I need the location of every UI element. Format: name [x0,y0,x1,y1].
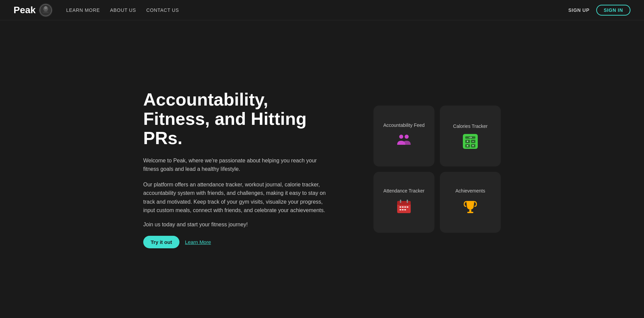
svg-point-2 [44,6,47,9]
svg-rect-10 [402,206,404,208]
hero-desc-1: Welcome to Peak, where we're passionate … [143,156,333,174]
svg-rect-13 [400,209,401,210]
brand-icon [39,3,52,17]
signin-button[interactable]: SIGN IN [596,5,630,16]
svg-rect-15 [404,209,406,210]
feature-card-calories[interactable]: Calories Tracker −/+ + − × = [440,106,501,166]
svg-point-3 [399,135,403,139]
feature-card-attendance[interactable]: Attendance Tracker [373,172,434,233]
svg-rect-6 [397,201,411,205]
navbar: Peak LEARN MORE ABOUT US CONTACT US SIGN… [0,0,644,20]
learn-more-button[interactable]: Learn More [185,239,211,245]
hero-section: Accountability, Fitness, and Hitting PRs… [143,90,333,248]
brand-name: Peak [14,5,36,16]
nav-about-us[interactable]: ABOUT US [110,7,136,13]
nav-auth: SIGN UP SIGN IN [568,5,631,16]
svg-point-4 [405,135,409,139]
svg-rect-16 [469,210,471,212]
svg-rect-8 [407,200,408,203]
svg-rect-17 [467,212,473,213]
hero-buttons: Try it out Learn More [143,236,333,248]
try-it-out-button[interactable]: Try it out [143,236,179,248]
nav-links: LEARN MORE ABOUT US CONTACT US [66,7,568,13]
hero-cta-text: Join us today and start your fitness jou… [143,222,333,228]
nav-learn-more[interactable]: LEARN MORE [66,7,100,13]
attendance-tracker-label: Attendance Tracker [383,188,424,194]
signup-button[interactable]: SIGN UP [568,7,589,13]
calories-tracker-label: Calories Tracker [453,123,488,129]
nav-contact-us[interactable]: CONTACT US [146,7,179,13]
svg-rect-7 [400,200,401,203]
people-icon [396,133,412,150]
feature-grid: Accountability Feed Calories Tracker −/+… [373,106,501,233]
hero-title: Accountability, Fitness, and Hitting PRs… [143,90,333,148]
feature-card-achievements[interactable]: Achievements [440,172,501,233]
svg-rect-14 [402,209,404,210]
trophy-icon [463,199,478,217]
svg-rect-12 [407,206,408,208]
svg-rect-9 [400,206,401,208]
main-content: Accountability, Fitness, and Hitting PRs… [0,20,644,318]
accountability-feed-label: Accountability Feed [383,122,425,128]
svg-rect-11 [404,206,406,208]
brand-logo[interactable]: Peak [14,3,52,17]
achievements-label: Achievements [455,188,485,194]
hero-desc-2: Our platform offers an attendance tracke… [143,180,333,215]
calculator-icon: −/+ + − × = [463,134,478,149]
calendar-icon [396,199,411,217]
feature-card-accountability[interactable]: Accountability Feed [373,106,434,166]
